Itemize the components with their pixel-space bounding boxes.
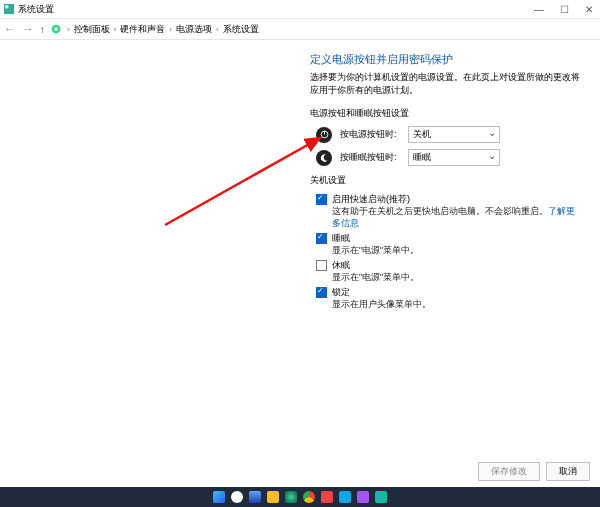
crumb-sep: › [67, 25, 70, 34]
crumb-hardware-sound[interactable]: 硬件和声音 [120, 23, 165, 36]
sleep-title: 睡眠 [332, 232, 419, 245]
fast-startup-title: 启用快速启动(推荐) [332, 193, 580, 206]
up-button[interactable]: ↑ [40, 24, 45, 35]
power-button-select[interactable]: 关机 [408, 126, 500, 143]
power-button-label: 按电源按钮时: [340, 128, 400, 141]
window-title: 系统设置 [18, 3, 54, 16]
lock-title: 锁定 [332, 286, 431, 299]
close-button[interactable]: ✕ [582, 4, 596, 15]
sleep-button-select[interactable]: 睡眠 [408, 149, 500, 166]
control-panel-icon [51, 24, 61, 34]
search-icon[interactable] [231, 491, 243, 503]
crumb-power-options[interactable]: 电源选项 [176, 23, 212, 36]
back-button[interactable]: ← [4, 22, 16, 36]
sleep-button-label: 按睡眠按钮时: [340, 151, 400, 164]
taskbar[interactable] [0, 487, 600, 507]
crumb-sep: › [169, 25, 172, 34]
sleep-sub: 显示在"电源"菜单中。 [332, 245, 419, 257]
lock-checkbox[interactable] [316, 287, 327, 298]
hibernate-sub: 显示在"电源"菜单中。 [332, 272, 419, 284]
fast-startup-sub: 这有助于在关机之后更快地启动电脑。不会影响重启。了解更多信息 [332, 206, 580, 230]
section-shutdown: 关机设置 [310, 174, 580, 187]
forward-button: → [22, 22, 34, 36]
edge-icon[interactable] [285, 491, 297, 503]
sleep-checkbox[interactable] [316, 233, 327, 244]
power-icon [316, 127, 332, 143]
hibernate-title: 休眠 [332, 259, 419, 272]
hibernate-checkbox[interactable] [316, 260, 327, 271]
power-button-value: 关机 [413, 129, 431, 139]
page-title: 定义电源按钮并启用密码保护 [310, 52, 580, 67]
section-power-buttons: 电源按钮和睡眠按钮设置 [310, 107, 580, 120]
start-icon[interactable] [213, 491, 225, 503]
taskbar-app-icon[interactable] [357, 491, 369, 503]
taskview-icon[interactable] [249, 491, 261, 503]
chrome-icon[interactable] [303, 491, 315, 503]
save-button[interactable]: 保存修改 [478, 462, 540, 481]
lock-sub: 显示在用户头像菜单中。 [332, 299, 431, 311]
explorer-icon[interactable] [267, 491, 279, 503]
taskbar-app-icon[interactable] [375, 491, 387, 503]
sleep-icon [316, 150, 332, 166]
svg-point-3 [54, 27, 58, 31]
svg-rect-1 [5, 5, 8, 8]
cancel-button[interactable]: 取消 [546, 462, 590, 481]
crumb-control-panel[interactable]: 控制面板 [74, 23, 110, 36]
maximize-button[interactable]: ☐ [557, 4, 572, 15]
taskbar-app-icon[interactable] [339, 491, 351, 503]
sleep-button-value: 睡眠 [413, 152, 431, 162]
taskbar-app-icon[interactable] [321, 491, 333, 503]
fast-startup-checkbox[interactable] [316, 194, 327, 205]
minimize-button[interactable]: — [531, 4, 547, 15]
app-icon [4, 4, 14, 14]
crumb-sep: › [216, 25, 219, 34]
crumb-system-settings[interactable]: 系统设置 [223, 23, 259, 36]
crumb-sep: › [114, 25, 117, 34]
page-description: 选择要为你的计算机设置的电源设置。在此页上对设置所做的更改将应用于你所有的电源计… [310, 71, 580, 97]
breadcrumb[interactable]: › 控制面板 › 硬件和声音 › 电源选项 › 系统设置 [67, 23, 259, 36]
